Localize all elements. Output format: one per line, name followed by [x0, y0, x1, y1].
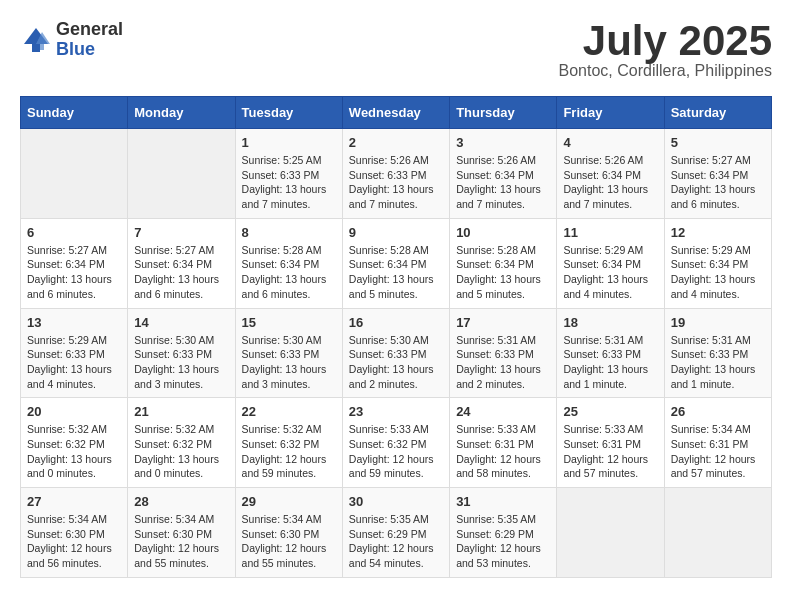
day-number: 17	[456, 315, 550, 330]
day-number: 10	[456, 225, 550, 240]
calendar-week-2: 6Sunrise: 5:27 AM Sunset: 6:34 PM Daylig…	[21, 218, 772, 308]
day-number: 14	[134, 315, 228, 330]
day-info: Sunrise: 5:29 AM Sunset: 6:34 PM Dayligh…	[563, 243, 657, 302]
calendar-cell: 13Sunrise: 5:29 AM Sunset: 6:33 PM Dayli…	[21, 308, 128, 398]
day-info: Sunrise: 5:26 AM Sunset: 6:33 PM Dayligh…	[349, 153, 443, 212]
day-number: 3	[456, 135, 550, 150]
day-info: Sunrise: 5:32 AM Sunset: 6:32 PM Dayligh…	[134, 422, 228, 481]
calendar-cell: 28Sunrise: 5:34 AM Sunset: 6:30 PM Dayli…	[128, 488, 235, 578]
day-number: 22	[242, 404, 336, 419]
day-info: Sunrise: 5:31 AM Sunset: 6:33 PM Dayligh…	[671, 333, 765, 392]
day-info: Sunrise: 5:29 AM Sunset: 6:34 PM Dayligh…	[671, 243, 765, 302]
calendar-cell	[128, 129, 235, 219]
day-number: 18	[563, 315, 657, 330]
header-cell-tuesday: Tuesday	[235, 97, 342, 129]
day-info: Sunrise: 5:34 AM Sunset: 6:31 PM Dayligh…	[671, 422, 765, 481]
day-info: Sunrise: 5:32 AM Sunset: 6:32 PM Dayligh…	[242, 422, 336, 481]
calendar-header: SundayMondayTuesdayWednesdayThursdayFrid…	[21, 97, 772, 129]
calendar-cell: 17Sunrise: 5:31 AM Sunset: 6:33 PM Dayli…	[450, 308, 557, 398]
calendar-cell: 30Sunrise: 5:35 AM Sunset: 6:29 PM Dayli…	[342, 488, 449, 578]
day-info: Sunrise: 5:30 AM Sunset: 6:33 PM Dayligh…	[134, 333, 228, 392]
day-info: Sunrise: 5:27 AM Sunset: 6:34 PM Dayligh…	[671, 153, 765, 212]
day-info: Sunrise: 5:34 AM Sunset: 6:30 PM Dayligh…	[242, 512, 336, 571]
day-number: 15	[242, 315, 336, 330]
day-info: Sunrise: 5:28 AM Sunset: 6:34 PM Dayligh…	[349, 243, 443, 302]
day-number: 24	[456, 404, 550, 419]
logo-text: General Blue	[56, 20, 123, 60]
calendar-cell: 8Sunrise: 5:28 AM Sunset: 6:34 PM Daylig…	[235, 218, 342, 308]
calendar-cell: 29Sunrise: 5:34 AM Sunset: 6:30 PM Dayli…	[235, 488, 342, 578]
calendar-cell: 5Sunrise: 5:27 AM Sunset: 6:34 PM Daylig…	[664, 129, 771, 219]
day-info: Sunrise: 5:29 AM Sunset: 6:33 PM Dayligh…	[27, 333, 121, 392]
day-info: Sunrise: 5:26 AM Sunset: 6:34 PM Dayligh…	[456, 153, 550, 212]
day-number: 21	[134, 404, 228, 419]
calendar-cell: 31Sunrise: 5:35 AM Sunset: 6:29 PM Dayli…	[450, 488, 557, 578]
day-number: 26	[671, 404, 765, 419]
header-cell-saturday: Saturday	[664, 97, 771, 129]
day-info: Sunrise: 5:32 AM Sunset: 6:32 PM Dayligh…	[27, 422, 121, 481]
calendar-cell	[664, 488, 771, 578]
calendar-week-3: 13Sunrise: 5:29 AM Sunset: 6:33 PM Dayli…	[21, 308, 772, 398]
month-title: July 2025	[559, 20, 772, 62]
day-number: 8	[242, 225, 336, 240]
page-header: General Blue July 2025 Bontoc, Cordiller…	[20, 20, 772, 80]
day-number: 9	[349, 225, 443, 240]
day-info: Sunrise: 5:27 AM Sunset: 6:34 PM Dayligh…	[27, 243, 121, 302]
calendar-cell: 16Sunrise: 5:30 AM Sunset: 6:33 PM Dayli…	[342, 308, 449, 398]
day-number: 25	[563, 404, 657, 419]
calendar-week-5: 27Sunrise: 5:34 AM Sunset: 6:30 PM Dayli…	[21, 488, 772, 578]
calendar-cell: 21Sunrise: 5:32 AM Sunset: 6:32 PM Dayli…	[128, 398, 235, 488]
logo-blue-text: Blue	[56, 40, 123, 60]
day-number: 6	[27, 225, 121, 240]
title-block: July 2025 Bontoc, Cordillera, Philippine…	[559, 20, 772, 80]
day-info: Sunrise: 5:30 AM Sunset: 6:33 PM Dayligh…	[242, 333, 336, 392]
calendar-week-4: 20Sunrise: 5:32 AM Sunset: 6:32 PM Dayli…	[21, 398, 772, 488]
calendar-cell: 19Sunrise: 5:31 AM Sunset: 6:33 PM Dayli…	[664, 308, 771, 398]
day-number: 20	[27, 404, 121, 419]
day-number: 30	[349, 494, 443, 509]
day-info: Sunrise: 5:27 AM Sunset: 6:34 PM Dayligh…	[134, 243, 228, 302]
day-number: 19	[671, 315, 765, 330]
header-cell-monday: Monday	[128, 97, 235, 129]
calendar-cell: 4Sunrise: 5:26 AM Sunset: 6:34 PM Daylig…	[557, 129, 664, 219]
header-cell-wednesday: Wednesday	[342, 97, 449, 129]
logo-general-text: General	[56, 20, 123, 40]
day-info: Sunrise: 5:28 AM Sunset: 6:34 PM Dayligh…	[456, 243, 550, 302]
calendar-cell: 1Sunrise: 5:25 AM Sunset: 6:33 PM Daylig…	[235, 129, 342, 219]
header-row: SundayMondayTuesdayWednesdayThursdayFrid…	[21, 97, 772, 129]
calendar-cell	[21, 129, 128, 219]
day-number: 13	[27, 315, 121, 330]
day-number: 2	[349, 135, 443, 150]
calendar-cell: 7Sunrise: 5:27 AM Sunset: 6:34 PM Daylig…	[128, 218, 235, 308]
day-number: 12	[671, 225, 765, 240]
calendar-cell: 6Sunrise: 5:27 AM Sunset: 6:34 PM Daylig…	[21, 218, 128, 308]
day-number: 4	[563, 135, 657, 150]
day-info: Sunrise: 5:33 AM Sunset: 6:32 PM Dayligh…	[349, 422, 443, 481]
day-info: Sunrise: 5:33 AM Sunset: 6:31 PM Dayligh…	[563, 422, 657, 481]
day-info: Sunrise: 5:33 AM Sunset: 6:31 PM Dayligh…	[456, 422, 550, 481]
day-info: Sunrise: 5:35 AM Sunset: 6:29 PM Dayligh…	[456, 512, 550, 571]
calendar-cell: 9Sunrise: 5:28 AM Sunset: 6:34 PM Daylig…	[342, 218, 449, 308]
day-info: Sunrise: 5:30 AM Sunset: 6:33 PM Dayligh…	[349, 333, 443, 392]
calendar-cell: 10Sunrise: 5:28 AM Sunset: 6:34 PM Dayli…	[450, 218, 557, 308]
calendar-cell: 3Sunrise: 5:26 AM Sunset: 6:34 PM Daylig…	[450, 129, 557, 219]
calendar-week-1: 1Sunrise: 5:25 AM Sunset: 6:33 PM Daylig…	[21, 129, 772, 219]
logo-icon	[20, 24, 52, 56]
day-number: 29	[242, 494, 336, 509]
day-info: Sunrise: 5:34 AM Sunset: 6:30 PM Dayligh…	[134, 512, 228, 571]
calendar-body: 1Sunrise: 5:25 AM Sunset: 6:33 PM Daylig…	[21, 129, 772, 578]
calendar-cell: 14Sunrise: 5:30 AM Sunset: 6:33 PM Dayli…	[128, 308, 235, 398]
calendar-cell: 11Sunrise: 5:29 AM Sunset: 6:34 PM Dayli…	[557, 218, 664, 308]
day-number: 23	[349, 404, 443, 419]
calendar-cell: 26Sunrise: 5:34 AM Sunset: 6:31 PM Dayli…	[664, 398, 771, 488]
calendar-cell: 2Sunrise: 5:26 AM Sunset: 6:33 PM Daylig…	[342, 129, 449, 219]
header-cell-sunday: Sunday	[21, 97, 128, 129]
day-info: Sunrise: 5:25 AM Sunset: 6:33 PM Dayligh…	[242, 153, 336, 212]
day-info: Sunrise: 5:31 AM Sunset: 6:33 PM Dayligh…	[563, 333, 657, 392]
calendar-cell	[557, 488, 664, 578]
calendar-cell: 12Sunrise: 5:29 AM Sunset: 6:34 PM Dayli…	[664, 218, 771, 308]
day-number: 7	[134, 225, 228, 240]
header-cell-thursday: Thursday	[450, 97, 557, 129]
day-info: Sunrise: 5:34 AM Sunset: 6:30 PM Dayligh…	[27, 512, 121, 571]
calendar-cell: 18Sunrise: 5:31 AM Sunset: 6:33 PM Dayli…	[557, 308, 664, 398]
